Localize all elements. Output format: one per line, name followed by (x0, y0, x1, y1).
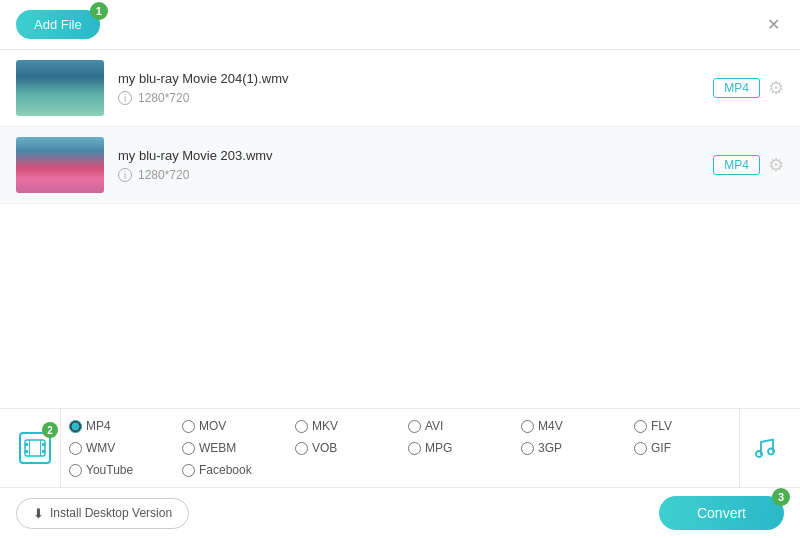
file-meta: i 1280*720 (118, 91, 699, 105)
file-name: my blu-ray Movie 204(1).wmv (118, 71, 699, 86)
format-badge-number: 2 (42, 422, 58, 438)
format-option-vob[interactable]: VOB (287, 437, 400, 459)
format-radio-wmv[interactable] (69, 442, 82, 455)
format-radio-mpg[interactable] (408, 442, 421, 455)
install-desktop-button[interactable]: ⬇ Install Desktop Version (16, 498, 189, 529)
footer-bar: ⬇ Install Desktop Version Convert 3 (0, 488, 800, 538)
format-label-3gp: 3GP (538, 441, 562, 455)
file-thumbnail (16, 137, 104, 193)
format-option-youtube[interactable]: YouTube (61, 459, 174, 481)
info-icon[interactable]: i (118, 168, 132, 182)
format-radio-avi[interactable] (408, 420, 421, 433)
file-list: my blu-ray Movie 204(1).wmv i 1280*720 M… (0, 50, 800, 204)
close-button[interactable]: ✕ (763, 11, 784, 38)
format-option-3gp[interactable]: 3GP (513, 437, 626, 459)
file-info: my blu-ray Movie 204(1).wmv i 1280*720 (104, 71, 713, 105)
file-item: my blu-ray Movie 203.wmv i 1280*720 MP4 … (0, 127, 800, 204)
format-label-avi: AVI (425, 419, 443, 433)
format-radio-mkv[interactable] (295, 420, 308, 433)
format-label-mov: MOV (199, 419, 226, 433)
format-option-wmv[interactable]: WMV (61, 437, 174, 459)
settings-icon[interactable]: ⚙ (768, 77, 784, 99)
convert-label: Convert (697, 505, 746, 521)
convert-button[interactable]: Convert 3 (659, 496, 784, 530)
header: Add File 1 ✕ (0, 0, 800, 50)
add-file-label: Add File (34, 17, 82, 32)
format-label-youtube: YouTube (86, 463, 133, 477)
file-item: my blu-ray Movie 204(1).wmv i 1280*720 M… (0, 50, 800, 127)
format-radio-mov[interactable] (182, 420, 195, 433)
add-file-badge: 1 (90, 2, 108, 20)
format-bar: 2 MP4 MOV MKV AVI M4V (0, 408, 800, 488)
format-badge-button[interactable]: MP4 (713, 78, 760, 98)
file-actions: MP4 ⚙ (713, 154, 784, 176)
file-resolution: 1280*720 (138, 91, 189, 105)
format-label-webm: WEBM (199, 441, 236, 455)
format-radio-m4v[interactable] (521, 420, 534, 433)
format-label-mpg: MPG (425, 441, 452, 455)
format-label-vob: VOB (312, 441, 337, 455)
thumbnail-image (16, 60, 104, 116)
file-meta: i 1280*720 (118, 168, 699, 182)
format-options: MP4 MOV MKV AVI M4V FLV (60, 409, 740, 487)
format-option-facebook[interactable]: Facebook (174, 459, 287, 481)
file-info: my blu-ray Movie 203.wmv i 1280*720 (104, 148, 713, 182)
format-radio-youtube[interactable] (69, 464, 82, 477)
format-option-mov[interactable]: MOV (174, 415, 287, 437)
format-label-wmv: WMV (86, 441, 115, 455)
thumbnail-image (16, 137, 104, 193)
svg-rect-1 (25, 443, 28, 446)
svg-rect-0 (25, 440, 45, 456)
svg-rect-3 (25, 450, 28, 453)
audio-format-button[interactable] (740, 418, 790, 478)
install-label: Install Desktop Version (50, 506, 172, 520)
add-file-button[interactable]: Add File 1 (16, 10, 100, 39)
download-icon: ⬇ (33, 506, 44, 521)
format-label-flv: FLV (651, 419, 672, 433)
svg-rect-2 (42, 443, 45, 446)
svg-rect-4 (42, 450, 45, 453)
format-radio-mp4[interactable] (69, 420, 82, 433)
format-radio-webm[interactable] (182, 442, 195, 455)
format-option-gif[interactable]: GIF (626, 437, 739, 459)
file-thumbnail (16, 60, 104, 116)
format-option-mp4[interactable]: MP4 (61, 415, 174, 437)
format-label-mkv: MKV (312, 419, 338, 433)
close-icon: ✕ (767, 16, 780, 33)
video-format-button[interactable]: 2 (10, 418, 60, 478)
file-actions: MP4 ⚙ (713, 77, 784, 99)
file-name: my blu-ray Movie 203.wmv (118, 148, 699, 163)
format-label-facebook: Facebook (199, 463, 252, 477)
format-option-avi[interactable]: AVI (400, 415, 513, 437)
format-option-mpg[interactable]: MPG (400, 437, 513, 459)
format-label-gif: GIF (651, 441, 671, 455)
format-radio-gif[interactable] (634, 442, 647, 455)
convert-badge: 3 (772, 488, 790, 506)
format-badge-button[interactable]: MP4 (713, 155, 760, 175)
format-label-mp4: MP4 (86, 419, 111, 433)
settings-icon[interactable]: ⚙ (768, 154, 784, 176)
format-radio-vob[interactable] (295, 442, 308, 455)
format-radio-flv[interactable] (634, 420, 647, 433)
info-icon[interactable]: i (118, 91, 132, 105)
format-label-m4v: M4V (538, 419, 563, 433)
file-resolution: 1280*720 (138, 168, 189, 182)
format-option-webm[interactable]: WEBM (174, 437, 287, 459)
format-radio-3gp[interactable] (521, 442, 534, 455)
format-option-flv[interactable]: FLV (626, 415, 739, 437)
format-radio-facebook[interactable] (182, 464, 195, 477)
format-option-m4v[interactable]: M4V (513, 415, 626, 437)
bottom-area: 2 MP4 MOV MKV AVI M4V (0, 408, 800, 538)
format-option-mkv[interactable]: MKV (287, 415, 400, 437)
